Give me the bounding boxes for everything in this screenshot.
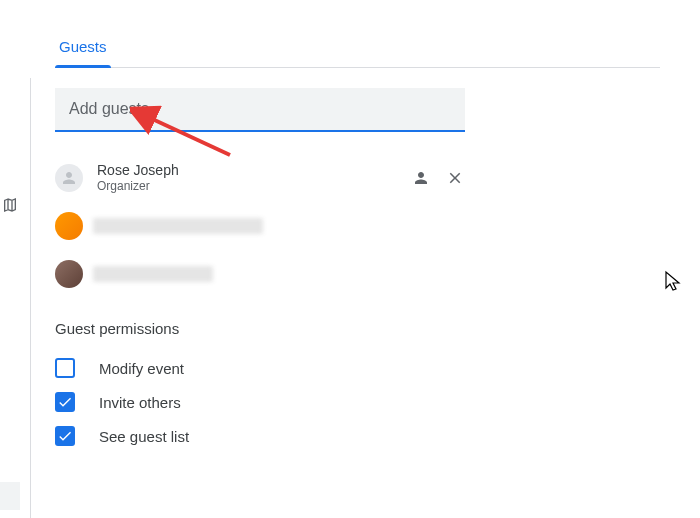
permission-label: Modify event (99, 360, 184, 377)
add-guests-input[interactable] (55, 88, 465, 132)
guest-permissions-section: Guest permissions Modify event Invite ot… (55, 320, 660, 453)
tab-guests[interactable]: Guests (55, 30, 111, 67)
guest-name: Rose Joseph (97, 161, 411, 179)
guest-list: Rose Joseph Organizer (55, 156, 465, 296)
cursor-icon (664, 270, 682, 292)
guest-role: Organizer (97, 179, 411, 195)
permission-see-guest-list[interactable]: See guest list (55, 419, 660, 453)
tab-guests-label: Guests (59, 38, 107, 55)
add-guests-field-wrapper (55, 88, 465, 132)
left-bottom-stub (0, 482, 20, 510)
vertical-divider (30, 78, 31, 518)
redacted-guest-text (93, 266, 213, 282)
tabs-row: Guests (55, 30, 660, 68)
checkbox-unchecked-icon (55, 358, 75, 378)
map-icon-stub (0, 190, 20, 220)
guest-row-redacted[interactable] (55, 252, 465, 296)
permission-label: Invite others (99, 394, 181, 411)
guest-info: Rose Joseph Organizer (97, 161, 411, 195)
permission-modify-event[interactable]: Modify event (55, 351, 660, 385)
mark-optional-icon[interactable] (411, 168, 431, 188)
avatar (55, 260, 83, 288)
checkbox-checked-icon (55, 426, 75, 446)
permission-label: See guest list (99, 428, 189, 445)
guest-actions (411, 168, 465, 188)
guest-row-redacted[interactable] (55, 204, 465, 248)
remove-guest-icon[interactable] (445, 168, 465, 188)
avatar (55, 212, 83, 240)
permission-invite-others[interactable]: Invite others (55, 385, 660, 419)
avatar (55, 164, 83, 192)
guest-info (97, 218, 465, 234)
tab-underline (55, 65, 111, 68)
permissions-title: Guest permissions (55, 320, 660, 337)
redacted-guest-text (93, 218, 263, 234)
checkbox-checked-icon (55, 392, 75, 412)
guest-info (97, 266, 465, 282)
guest-row-organizer[interactable]: Rose Joseph Organizer (55, 156, 465, 200)
